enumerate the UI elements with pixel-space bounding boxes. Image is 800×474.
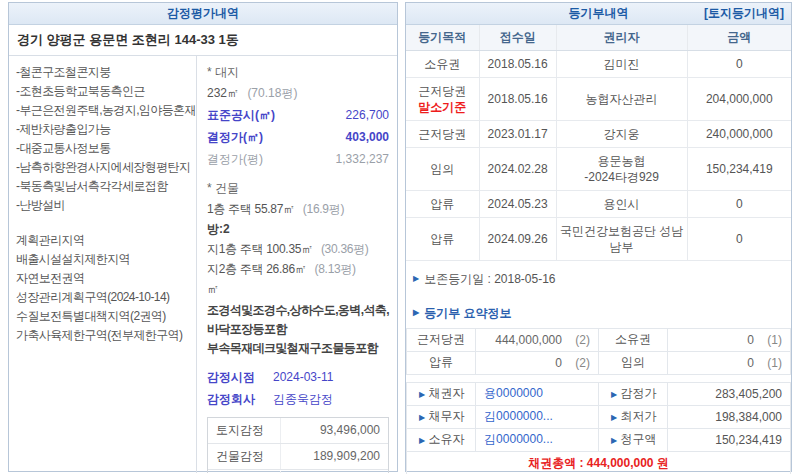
zone-item: 자연보전권역 xyxy=(16,269,193,288)
property-features-list: -철콘구조철콘지붕 -조현초등학교북동측인근 -부근은전원주택,농경지,임야등혼… xyxy=(9,56,197,473)
row-purpose: 근저당권 xyxy=(406,120,479,147)
row-purpose: 근저당권 말소기준 xyxy=(406,77,479,120)
summary-label: 근저당권 xyxy=(407,328,476,351)
land-area-sqm: 232㎡ xyxy=(207,86,239,100)
summary-count: (2) xyxy=(575,356,590,370)
summary-label: 소유권 xyxy=(598,328,667,351)
summary-value: 0 (1) xyxy=(668,351,791,374)
table-row: 임의 2024.02.28 용문농협 -2024타경929 150,234,41… xyxy=(406,147,791,190)
summary-count: (1) xyxy=(767,356,782,370)
summary-amount: 0 xyxy=(555,356,562,370)
zone-item: 배출시설설치제한지역 xyxy=(16,250,193,269)
summary-value: 0 (1) xyxy=(668,328,791,351)
zone-item: 계획관리지역 xyxy=(16,231,193,250)
appraisal-panel-title: 감정평가내역 xyxy=(9,3,397,25)
standard-price-label: 표준공시(㎡) xyxy=(207,104,275,126)
feature-item: -난방설비 xyxy=(16,196,193,215)
land-appraisal-label: 토지감정 xyxy=(208,422,280,439)
total-appraisal-row: 합계 283,405,200 xyxy=(208,470,388,473)
debtor-label-text: 채무자 xyxy=(429,409,465,423)
total-appraisal-value: 283,405,200 xyxy=(280,471,388,474)
row-amount: 0 xyxy=(687,190,791,217)
bullet-arrow-icon: ▶ xyxy=(419,436,425,445)
summary-counts-table: 근저당권 444,000,000 (2) 소유권 0 (1) 압류 0 (2) … xyxy=(406,328,791,375)
land-section-label: * 대지 xyxy=(207,62,389,83)
registry-panel: 등기부내역 [토지등기내역] 등기목적 접수일 권리자 금액 소유권 2018.… xyxy=(405,2,792,472)
row-purpose: 임의 xyxy=(406,147,479,190)
note-landscaping: 조경석및조경수,상하수도,옹벽,석축,바닥포장등포함 xyxy=(207,301,389,339)
summary-amount: 0 xyxy=(747,333,754,347)
cancellation-base-badge: 말소기준 xyxy=(409,99,476,115)
row-date: 2024.02.28 xyxy=(479,147,556,190)
parties-amounts-table: ▶ 채권자 용0000000 ▶ 감정가 283,405,200 ▶ 채무자 김… xyxy=(406,382,791,474)
standard-price-value: 226,700 xyxy=(346,104,389,126)
summary-label: 임의 xyxy=(598,351,667,374)
summary-row: ▶ 소유자 김0000000... ▶ 청구액 150,234,419 xyxy=(407,428,791,451)
row-holder: 국민건강보험공단 성남남부 xyxy=(556,217,687,260)
registry-panel-title: 등기부내역 [토지등기내역] xyxy=(406,3,791,25)
col-amount: 금액 xyxy=(687,25,791,50)
summary-amount: 0 xyxy=(747,356,754,370)
note-structures: 부속목재데크및철재구조물등포함 xyxy=(207,339,389,358)
row-amount: 240,000,000 xyxy=(687,120,791,147)
purpose-main: 근저당권 xyxy=(409,83,476,99)
appraisal-company-value: 김종욱감정 xyxy=(273,388,333,410)
registry-title-text: 등기부내역 xyxy=(569,6,629,20)
minimum-price-label-text: 최저가 xyxy=(620,409,656,423)
floor1-area: 1층 주택 55.87㎡ xyxy=(207,202,295,216)
property-address: 경기 양평군 용문면 조현리 144-33 1동 xyxy=(9,25,397,56)
row-date: 2024.09.26 xyxy=(479,217,556,260)
row-amount: 204,000,000 xyxy=(687,77,791,120)
land-area-pyeong: (70.18평) xyxy=(247,86,297,100)
summary-value: 0 (2) xyxy=(476,351,599,374)
minimum-price-value: 198,384,000 xyxy=(668,405,791,428)
row-holder: 농협자산관리 xyxy=(556,77,687,120)
appraisal-date-row: 감정시점 2024-03-11 xyxy=(207,366,389,388)
building-basement1: 지1층 주택 100.35㎡ (30.36평) xyxy=(207,239,389,259)
row-purpose: 압류 xyxy=(406,217,479,260)
owner-value: 김0000000... xyxy=(476,428,599,451)
included-items-note: 조경석및조경수,상하수도,옹벽,석축,바닥포장등포함 부속목재데크및철재구조물등… xyxy=(207,301,389,358)
col-date: 접수일 xyxy=(479,25,556,50)
row-holder: 김미진 xyxy=(556,50,687,77)
bullet-arrow-icon: ▶ xyxy=(419,390,425,399)
total-debt-text: 채권총액 : 444,000,000 원 xyxy=(407,451,791,474)
holder-main: 용문농협 xyxy=(560,153,684,169)
table-row: 압류 2024.05.23 용인시 0 xyxy=(406,190,791,217)
appraisal-company-row: 감정회사 김종욱감정 xyxy=(207,388,389,410)
room-count: 방:2 xyxy=(207,219,389,239)
bullet-arrow-icon: ▶ xyxy=(611,390,617,399)
row-purpose: 압류 xyxy=(406,190,479,217)
zone-item: 성장관리계획구역(2024-10-14) xyxy=(16,288,193,307)
decided-price-pyeong-value: 1,332,237 xyxy=(336,148,389,170)
basement1-pyeong: (30.36평) xyxy=(321,242,369,256)
appraisal-date-label: 감정시점 xyxy=(207,366,273,388)
land-appraisal-value: 93,496,000 xyxy=(280,418,388,443)
row-date: 2023.01.17 xyxy=(479,120,556,147)
claim-amount-label: ▶ 청구액 xyxy=(598,428,667,451)
creditor-label: ▶ 채권자 xyxy=(407,382,476,405)
summary-label: 압류 xyxy=(407,351,476,374)
row-amount: 0 xyxy=(687,50,791,77)
land-registry-link[interactable]: [토지등기내역] xyxy=(704,3,784,24)
debtor-label: ▶ 채무자 xyxy=(407,405,476,428)
land-appraisal-row: 토지감정 93,496,000 xyxy=(208,418,388,444)
row-amount: 0 xyxy=(687,217,791,260)
bullet-arrow-icon: ▶ xyxy=(413,275,419,283)
decided-price-row: 결정가(㎡) 403,000 xyxy=(207,126,389,148)
building-floor1: 1층 주택 55.87㎡ (16.9평) xyxy=(207,199,389,219)
building-basement2: 지2층 주택 26.86㎡ (8.13평) xyxy=(207,259,389,279)
feature-item: -제반차량출입가능 xyxy=(16,120,193,139)
basement1-area: 지1층 주택 100.35㎡ xyxy=(207,242,313,256)
appraisal-panel: 감정평가내역 경기 양평군 용문면 조현리 144-33 1동 -철콘구조철콘지… xyxy=(8,2,398,472)
zone-item: 가축사육제한구역(전부제한구역) xyxy=(16,326,193,345)
summary-row: ▶ 채권자 용0000000 ▶ 감정가 283,405,200 xyxy=(407,382,791,405)
appraisal-amount-table: 토지감정 93,496,000 건물감정 189,909,200 합계 283,… xyxy=(207,417,389,473)
registry-summary-title: ▶ 등기부 요약정보 xyxy=(413,305,789,322)
building-section-label: * 건물 xyxy=(207,178,389,199)
feature-item: -북동측및남서측각각세로접함 xyxy=(16,177,193,196)
summary-count: (1) xyxy=(767,333,782,347)
creditor-value: 용0000000 xyxy=(476,382,599,405)
decided-price-value: 403,000 xyxy=(346,126,389,148)
row-purpose: 소유권 xyxy=(406,50,479,77)
